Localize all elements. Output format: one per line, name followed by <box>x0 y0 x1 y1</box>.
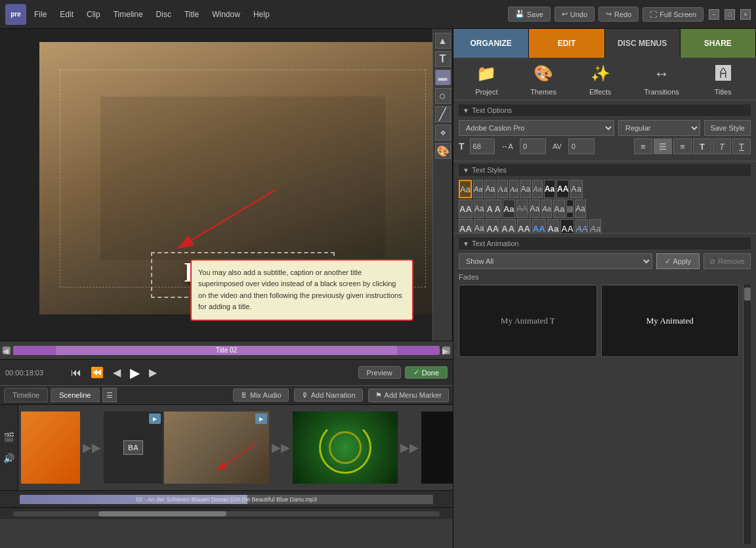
style-cell[interactable]: Aa <box>503 200 515 218</box>
clip-item[interactable] <box>293 411 398 484</box>
redo-button[interactable]: ↪ Redo <box>598 7 639 22</box>
style-cell[interactable]: Aa <box>530 200 541 218</box>
remove-button[interactable]: ⊘ Remove <box>704 253 751 269</box>
close-button[interactable]: × <box>740 9 751 20</box>
align-left-button[interactable]: ≡ <box>634 138 652 154</box>
panel-icon-transitions[interactable]: ↔ Transitions <box>639 59 684 98</box>
text-styles-header[interactable]: ▼ Text Styles <box>459 164 751 176</box>
font-dropdown[interactable]: Adobe Caslon Pro <box>459 120 614 136</box>
minimize-button[interactable]: – <box>709 9 719 20</box>
scene-list-icon[interactable]: ☰ <box>102 388 117 402</box>
kerning-input[interactable] <box>568 138 595 154</box>
animation-preview-2[interactable]: My Animated <box>601 285 740 357</box>
style-cell[interactable]: Aa <box>575 200 586 218</box>
style-cell[interactable]: AA <box>517 219 531 234</box>
mix-audio-button[interactable]: 🎚 Mix Audio <box>233 389 289 402</box>
style-cell[interactable]: AA <box>486 219 499 234</box>
style-cell[interactable]: Aa <box>547 219 560 234</box>
tab-edit[interactable]: Edit <box>529 29 604 58</box>
style-cell[interactable]: A A <box>486 200 501 218</box>
font-size-input[interactable] <box>470 138 495 154</box>
style-cell[interactable]: Aa <box>589 219 601 234</box>
tool-move[interactable]: ✥ <box>435 125 451 140</box>
tool-select[interactable]: ▲ <box>435 33 451 49</box>
tool-text[interactable]: T <box>435 51 451 67</box>
clip-item[interactable]: ▶ <box>164 411 269 484</box>
menu-clip[interactable]: Clip <box>84 9 103 20</box>
style-dropdown[interactable]: Regular <box>618 120 700 136</box>
animation-dropdown[interactable]: Show All <box>459 253 652 269</box>
tab-organize[interactable]: Organize <box>453 29 529 58</box>
panel-icon-themes[interactable]: 🎨 Themes <box>525 59 562 98</box>
menu-help[interactable]: Help <box>251 9 272 20</box>
undo-button[interactable]: ↩ Undo <box>555 7 595 22</box>
align-right-button[interactable]: ≡ <box>673 138 692 154</box>
tab-share[interactable]: Share <box>681 29 756 58</box>
tab-disc-menus[interactable]: Disc Menus <box>605 29 681 58</box>
tool-color[interactable]: 🎨 <box>435 143 451 159</box>
style-cell[interactable]: AA <box>501 219 516 234</box>
text-bold-button[interactable]: T <box>693 138 711 154</box>
fullscreen-button[interactable]: ⛶ Full Screen <box>642 7 704 22</box>
style-cell[interactable]: AA <box>459 200 472 218</box>
tool-oval[interactable]: ○ <box>435 88 451 104</box>
style-cell[interactable]: Aa <box>532 180 542 198</box>
text-animation-header[interactable]: ▼ Text Animation <box>459 238 751 249</box>
style-cell[interactable]: Aa <box>570 180 583 198</box>
menu-file[interactable]: File <box>32 9 49 20</box>
animation-preview-1[interactable]: My Animated T <box>459 285 597 357</box>
style-cell[interactable]: AA <box>560 219 574 234</box>
text-underline-button[interactable]: T <box>732 138 751 154</box>
style-cell[interactable]: AA <box>556 180 569 198</box>
preview-button[interactable]: Preview <box>358 366 401 379</box>
tool-shape[interactable]: ▬ <box>435 70 451 85</box>
align-center-button[interactable]: ☰ <box>654 138 672 154</box>
clip-item[interactable]: BA ▶ <box>104 411 163 484</box>
text-options-header[interactable]: ▼ Text Options <box>459 104 751 116</box>
style-cell[interactable]: Aa <box>497 180 508 198</box>
playback-back[interactable]: ⏪ <box>88 365 106 380</box>
style-cell[interactable]: Aa <box>484 180 495 198</box>
menu-timeline[interactable]: Timeline <box>111 9 146 20</box>
timeline-bar[interactable]: Title 02 <box>13 346 440 355</box>
style-cell[interactable]: Aa <box>474 200 485 218</box>
playback-step-back[interactable]: ◀ <box>110 365 123 380</box>
add-narration-button[interactable]: 🎙 Add Narration <box>294 389 363 402</box>
timeline-scroll-right[interactable]: ▶ <box>442 347 450 354</box>
text-italic-button[interactable]: T <box>713 138 731 154</box>
tool-line[interactable]: ╱ <box>435 106 451 122</box>
panel-icon-project[interactable]: 📁 Project <box>469 59 503 98</box>
playback-step-fwd[interactable]: ▶ <box>146 365 159 380</box>
apply-button[interactable]: ✓ Apply <box>656 253 700 269</box>
style-cell[interactable]: Aa <box>474 219 485 234</box>
style-cell[interactable]: Aa <box>473 180 483 198</box>
menu-edit[interactable]: Edit <box>57 9 76 20</box>
scrollbar-right[interactable] <box>743 285 751 544</box>
audio-track[interactable]: 02 - An der Schönen Blauen Donau (On the… <box>20 495 433 504</box>
playback-play[interactable]: ▶ <box>127 364 142 382</box>
panel-icon-titles[interactable]: 🅰 Titles <box>706 59 740 98</box>
h-scrollbar-track[interactable] <box>13 511 440 516</box>
add-menu-marker-button[interactable]: ⚑ Add Menu Marker <box>368 389 449 402</box>
style-cell[interactable]: Aa <box>520 180 531 198</box>
style-cell[interactable]: Aa <box>459 180 472 198</box>
style-cell[interactable]: Aa <box>544 180 555 198</box>
clip-item[interactable] <box>421 411 453 484</box>
save-style-button[interactable]: Save Style <box>704 120 751 136</box>
tab-sceneline[interactable]: Sceneline <box>51 388 99 402</box>
playback-go-start[interactable]: ⏮ <box>68 366 84 380</box>
menu-title[interactable]: Title <box>182 9 201 20</box>
style-cell[interactable]: Aa <box>509 180 518 198</box>
style-cell[interactable]: AA <box>532 219 546 234</box>
save-button[interactable]: 💾 Save <box>508 7 551 22</box>
clip-item[interactable] <box>21 411 80 484</box>
style-cell[interactable]: Aa <box>553 200 566 218</box>
tracking-input[interactable] <box>520 138 546 154</box>
panel-icon-effects[interactable]: ✨ Effects <box>583 59 618 98</box>
menu-disc[interactable]: Disc <box>154 9 174 20</box>
menu-window[interactable]: Window <box>209 9 243 20</box>
done-button[interactable]: ✓ Done <box>405 366 448 379</box>
maximize-button[interactable]: □ <box>724 9 735 20</box>
style-cell[interactable]: AA <box>459 219 472 234</box>
tab-timeline[interactable]: Timeline <box>4 388 48 402</box>
